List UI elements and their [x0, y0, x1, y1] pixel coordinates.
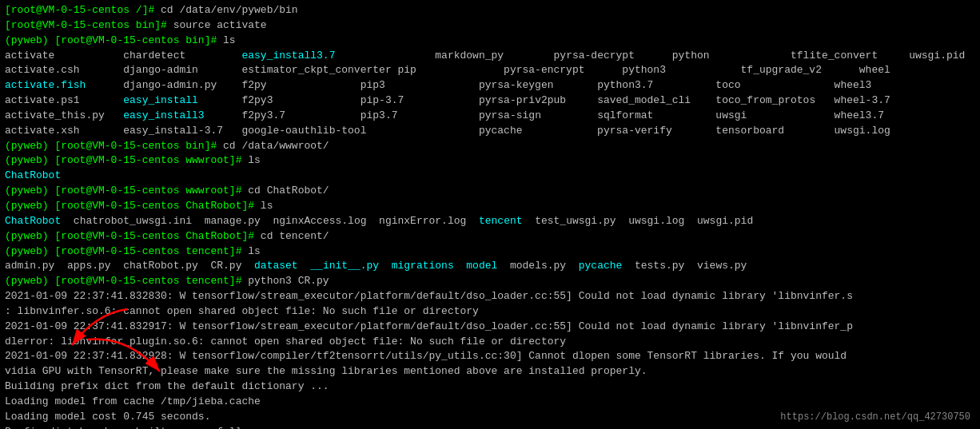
line-16: (pyweb) [root@VM-0-15-centos ChatRobot]#… — [5, 229, 975, 244]
line-26-building: Building prefix dict from the default di… — [5, 379, 975, 395]
terminal: [root@VM-0-15-centos /]# cd /data/env/py… — [0, 0, 980, 429]
line-8-files5: activate_this.py easy_install3 f2py3.7 p… — [5, 109, 975, 124]
line-11: (pyweb) [root@VM-0-15-centos wwwroot]# l… — [5, 153, 975, 169]
line-1: [root@VM-0-15-centos /]# cd /data/env/py… — [5, 3, 975, 18]
line-23-warn2b: dlerror: libnvinfer_plugin.so.6: cannot … — [5, 335, 975, 350]
line-12-chatrobot: ChatRobot — [5, 169, 975, 184]
line-19: (pyweb) [root@VM-0-15-centos tencent]# p… — [5, 274, 975, 289]
line-27-loading1: Loading model from cache /tmp/jieba.cach… — [5, 395, 975, 410]
red-arrow-annotation-2 — [64, 305, 144, 353]
line-2: [root@VM-0-15-centos bin]# source activa… — [5, 18, 975, 34]
line-6-files3: activate.fish django-admin.py f2py pip3 … — [5, 78, 975, 93]
line-14: (pyweb) [root@VM-0-15-centos ChatRobot]#… — [5, 199, 975, 214]
line-10: (pyweb) [root@VM-0-15-centos bin]# cd /d… — [5, 139, 975, 154]
line-20-warn1: 2021-01-09 22:37:41.832830: W tensorflow… — [5, 289, 975, 304]
line-21-warn1b: : libnvinfer.so.6: cannot open shared ob… — [5, 304, 975, 320]
line-29-prefix: Prefix dict has been built successfully. — [5, 425, 975, 429]
line-17: (pyweb) [root@VM-0-15-centos tencent]# l… — [5, 244, 975, 260]
line-9-files6: activate.xsh easy_install-3.7 google-oau… — [5, 124, 975, 139]
line-4-files1: activate chardetect easy_install3.7 mark… — [5, 49, 975, 64]
line-7-files4: activate.ps1 easy_install f2py3 pip-3.7 … — [5, 93, 975, 109]
line-22-warn2: 2021-01-09 22:37:41.832917: W tensorflow… — [5, 320, 975, 335]
line-18-files8: admin.py apps.py chatRobot.py CR.py data… — [5, 259, 975, 274]
blog-url: https://blog.csdn.net/qq_42730750 — [780, 411, 970, 423]
line-24-warn3: 2021-01-09 22:37:41.832928: W tensorflow… — [5, 349, 975, 364]
line-5-files2: activate.csh django-admin estimator_ckpt… — [5, 63, 975, 78]
line-13: (pyweb) [root@VM-0-15-centos wwwroot]# c… — [5, 184, 975, 199]
line-25-warn3b: vidia GPU with TensorRT, please make sur… — [5, 364, 975, 379]
line-15-files7: ChatRobot chatrobot_uwsgi.ini manage.py … — [5, 214, 975, 229]
line-3: (pyweb) [root@VM-0-15-centos bin]# ls — [5, 34, 975, 49]
